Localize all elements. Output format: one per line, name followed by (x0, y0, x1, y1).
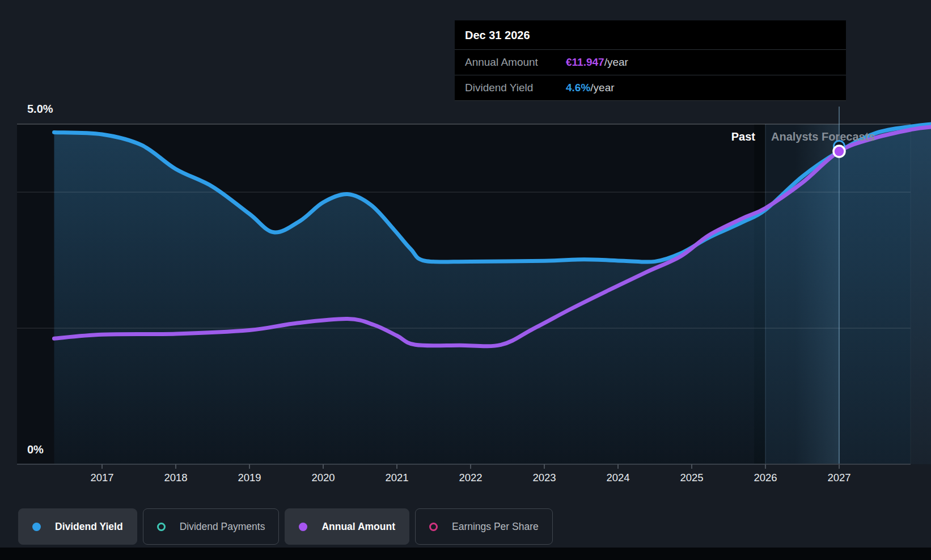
legend-toggle-dividend-yield[interactable]: Dividend Yield (18, 508, 137, 545)
svg-text:2025: 2025 (680, 472, 703, 483)
chart-legend: Dividend Yield Dividend Payments Annual … (18, 508, 553, 545)
legend-toggle-dividend-payments[interactable]: Dividend Payments (143, 508, 280, 545)
bottom-bar (0, 548, 931, 560)
chart-tooltip: Dec 31 2026 Annual Amount €11.947 /year … (455, 20, 846, 101)
legend-label: Dividend Payments (180, 521, 265, 533)
svg-text:2019: 2019 (238, 472, 261, 483)
legend-label: Earnings Per Share (452, 521, 539, 533)
tooltip-date: Dec 31 2026 (455, 20, 846, 49)
dividend-chart-panel: 2017201820192020202120222023202420252026… (0, 0, 931, 560)
tooltip-label: Annual Amount (465, 56, 566, 69)
svg-text:2020: 2020 (311, 472, 335, 483)
past-label: Past (642, 130, 755, 143)
svg-text:2017: 2017 (90, 472, 113, 483)
legend-label: Annual Amount (321, 521, 395, 533)
x-axis-ticks: 2017201820192020202120222023202420252026… (90, 464, 850, 483)
dividend-yield-dot-icon (32, 523, 41, 531)
svg-text:2027: 2027 (827, 472, 850, 483)
tooltip-row-annual-amount: Annual Amount €11.947 /year (455, 49, 846, 75)
y-axis-max-label: 5.0% (27, 103, 53, 116)
tooltip-value: 4.6% (566, 82, 590, 94)
legend-toggle-annual-amount[interactable]: Annual Amount (285, 508, 409, 545)
legend-toggle-earnings-per-share[interactable]: Earnings Per Share (415, 508, 553, 545)
svg-text:2023: 2023 (532, 472, 556, 483)
legend-label: Dividend Yield (55, 521, 123, 533)
tooltip-row-dividend-yield: Dividend Yield 4.6% /year (455, 75, 846, 100)
tooltip-value-suffix: /year (590, 82, 614, 94)
svg-text:2026: 2026 (754, 472, 777, 483)
svg-text:2024: 2024 (606, 472, 629, 483)
svg-text:2018: 2018 (164, 472, 187, 483)
y-axis-min-label: 0% (27, 443, 44, 456)
tooltip-value-suffix: /year (604, 56, 628, 69)
tooltip-value: €11.947 (566, 56, 604, 69)
dividend-payments-ring-icon (157, 523, 166, 531)
svg-text:2021: 2021 (385, 472, 408, 483)
svg-text:2022: 2022 (459, 472, 482, 483)
tooltip-label: Dividend Yield (465, 82, 566, 94)
earnings-per-share-ring-icon (429, 523, 438, 531)
annual-amount-dot-icon (299, 523, 307, 531)
analysts-forecasts-label: Analysts Forecasts (771, 130, 875, 143)
annual-amount-marker (833, 146, 845, 157)
